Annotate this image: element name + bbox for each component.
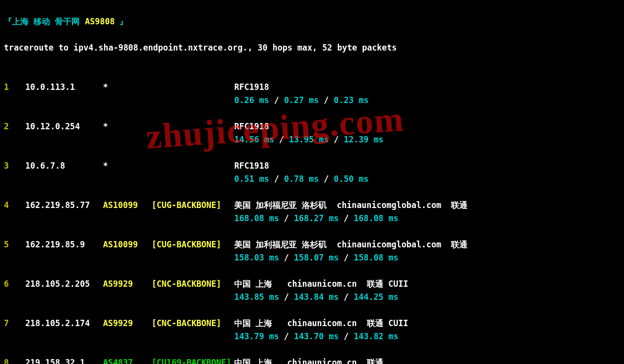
hop-lat1: 158.03 ms (234, 253, 279, 262)
hop-ip: 162.219.85.9 (25, 238, 103, 251)
hop-row: 110.0.113.1*RFC1918 0.26 ms / 0.27 ms / … (4, 68, 620, 107)
hop-asn: AS10099 (103, 199, 152, 212)
hop-backbone: [CUG-BACKBONE] (152, 199, 234, 212)
hop-ip: 10.0.113.1 (25, 81, 103, 94)
hop-number: 8 (4, 356, 25, 364)
hop-lat2: 13.95 ms (289, 135, 329, 144)
hop-ip: 218.105.2.205 (25, 277, 103, 291)
hop-lat3: 0.23 ms (334, 95, 369, 105)
hop-row: 4162.219.85.77AS10099[CUG-BACKBONE]美国 加利… (4, 186, 620, 225)
hop-row: 7218.105.2.174AS9929[CNC-BACKBONE]中国 上海 … (4, 304, 620, 343)
hop-lat3: 168.08 ms (354, 213, 399, 223)
hop-number: 5 (4, 238, 25, 251)
hop-lat2: 143.70 ms (294, 331, 339, 341)
hop-location: 中国 上海 chinaunicom.cn 联通 CUII (234, 318, 408, 328)
hop-location: 中国 上海 chinaunicom.cn 联通 CUII (234, 279, 408, 289)
hop-number: 7 (4, 317, 25, 330)
hop-location: RFC1918 (234, 161, 269, 171)
hop-lat3: 143.82 ms (354, 331, 399, 341)
hop-row: 6218.105.2.205AS9929[CNC-BACKBONE]中国 上海 … (4, 264, 620, 304)
hop-row: 210.12.0.254*RFC1918 14.56 ms / 13.95 ms… (4, 107, 620, 146)
hop-asn: AS9929 (103, 277, 152, 291)
hop-number: 4 (4, 199, 25, 212)
hop-backbone: [CUG-BACKBONE] (152, 238, 234, 251)
hop-lat3: 144.25 ms (354, 292, 399, 302)
hop-ip: 218.105.2.174 (25, 317, 103, 330)
hop-asn: AS10099 (103, 238, 152, 251)
hop-asn: * (103, 81, 152, 94)
hop-row: 8219.158.32.1AS4837[CU169-BACKBONE]中国 上海… (4, 343, 620, 364)
hop-lat2: 143.84 ms (294, 292, 339, 302)
hop-lat1: 0.51 ms (234, 174, 269, 184)
traceroute-command: traceroute to ipv4.sha-9808.endpoint.nxt… (4, 41, 620, 54)
hop-ip: 162.219.85.77 (25, 199, 103, 212)
hop-lat1: 143.79 ms (234, 331, 279, 341)
hop-lat1: 14.56 ms (234, 135, 274, 144)
hop-lat2: 0.78 ms (284, 174, 319, 184)
hop-lat3: 12.39 ms (344, 135, 383, 144)
hop-lat1: 0.26 ms (234, 95, 269, 105)
hop-list: 110.0.113.1*RFC1918 0.26 ms / 0.27 ms / … (4, 68, 620, 364)
hop-number: 1 (4, 81, 25, 94)
hop-lat3: 158.08 ms (354, 253, 399, 262)
hop-lat2: 0.27 ms (284, 95, 319, 105)
hop-location: 中国 上海 chinaunicom.cn 联通 (234, 358, 383, 364)
hop-asn: * (103, 159, 152, 173)
hop-number: 2 (4, 120, 25, 133)
hop-location: 美国 加利福尼亚 洛杉矶 chinaunicomglobal.com 联通 (234, 240, 468, 249)
hop-number: 3 (4, 159, 25, 173)
hop-backbone: [CU169-BACKBONE] (152, 356, 234, 364)
hop-lat2: 158.07 ms (294, 253, 339, 262)
hop-lat3: 0.50 ms (334, 174, 369, 184)
hop-asn: AS4837 (103, 356, 152, 364)
hop-row: 5162.219.85.9AS10099[CUG-BACKBONE]美国 加利福… (4, 225, 620, 264)
hop-backbone: [CNC-BACKBONE] (152, 317, 234, 330)
hop-number: 6 (4, 277, 25, 291)
hop-asn: * (103, 120, 152, 133)
hop-ip: 10.6.7.8 (25, 159, 103, 173)
hop-lat1: 143.85 ms (234, 292, 279, 302)
hop-ip: 10.12.0.254 (25, 120, 103, 133)
trace-header: 『上海 移动 骨干网 AS9808 』 (4, 15, 620, 28)
hop-lat1: 168.08 ms (234, 213, 279, 223)
hop-location: RFC1918 (234, 82, 269, 92)
hop-lat2: 168.27 ms (294, 213, 339, 223)
hop-row: 310.6.7.8*RFC1918 0.51 ms / 0.78 ms / 0.… (4, 146, 620, 186)
hop-location: RFC1918 (234, 121, 269, 131)
hop-ip: 219.158.32.1 (25, 356, 103, 364)
hop-asn: AS9929 (103, 317, 152, 330)
hop-backbone: [CNC-BACKBONE] (152, 277, 234, 291)
hop-location: 美国 加利福尼亚 洛杉矶 chinaunicomglobal.com 联通 (234, 200, 468, 210)
terminal-output: 『上海 移动 骨干网 AS9808 』 traceroute to ipv4.s… (0, 0, 624, 364)
